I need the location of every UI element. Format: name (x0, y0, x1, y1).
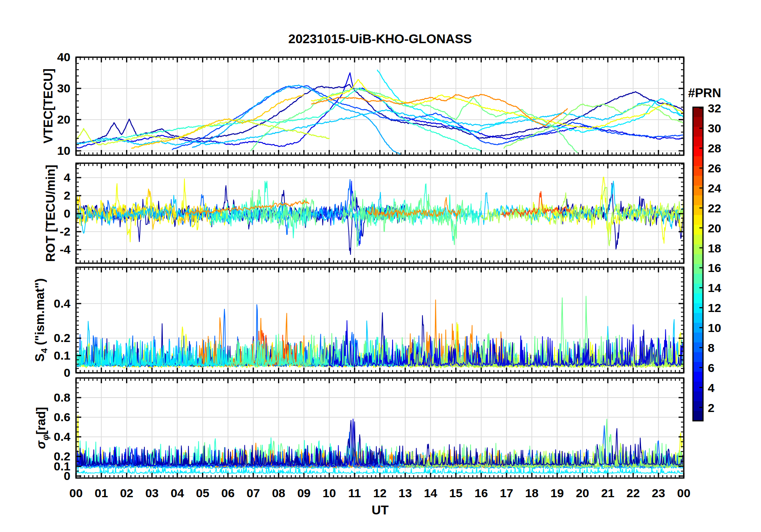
colorbar-segment-20 (693, 225, 703, 235)
xtick-label-14: 14 (424, 486, 437, 500)
ytick-label-ROT-4: 4 (64, 171, 70, 184)
xaxis-label: UT (372, 503, 389, 518)
colorbar-tick-label-18: 18 (708, 242, 721, 255)
xtick-label-20: 20 (576, 486, 589, 500)
xtick-label-23: 23 (652, 486, 665, 500)
xtick-label-11: 11 (348, 486, 361, 500)
colorbar-segment-18 (693, 244, 703, 254)
ytick-label-sigma_phi-0.4: 0.4 (54, 430, 70, 443)
colorbar-tick-label-14: 14 (708, 281, 721, 294)
panel-VTEC-grid (76, 58, 683, 155)
colorbar-tick-label-20: 20 (708, 222, 721, 235)
colorbar-segment-25 (693, 176, 703, 186)
colorbar-segment-16 (693, 264, 703, 274)
colorbar-segment-7 (693, 352, 703, 362)
colorbar-segment-1 (693, 411, 703, 421)
ytick-label-VTEC-20: 20 (57, 113, 70, 126)
colorbar-tick-label-28: 28 (708, 142, 721, 155)
ytick-label-ROT-0: 0 (64, 207, 70, 220)
xtick-label-7: 07 (246, 486, 260, 500)
colorbar-segment-22 (693, 205, 703, 215)
ytick-label-VTEC-30: 30 (57, 82, 70, 95)
xtick-label-10: 10 (322, 486, 336, 500)
ytick-label-S4-0.4: 0.4 (54, 297, 70, 310)
series-prn-7 (172, 86, 684, 150)
colorbar-segment-24 (693, 186, 703, 196)
ylabel-s4: S4 ("ism.mat") (33, 278, 47, 362)
ylabel-rot: ROT [TECU/min] (44, 165, 58, 262)
ylabel-sigma-main: σ (34, 441, 48, 449)
colorbar-segment-23 (693, 196, 703, 206)
xtick-label-0: 00 (69, 486, 82, 500)
colorbar-tick-label-12: 12 (708, 301, 721, 314)
ylabel-sigma-sub: φ (40, 434, 50, 440)
colorbar-tick-label-2: 2 (708, 401, 715, 414)
xtick-label-3: 03 (145, 486, 158, 500)
colorbar-segment-29 (693, 137, 703, 147)
colorbar-segment-5 (693, 372, 703, 382)
colorbar-tick-label-30: 30 (708, 122, 721, 135)
colorbar-segment-9 (693, 333, 703, 343)
xtick-label-19: 19 (551, 486, 564, 500)
colorbar-tick-label-10: 10 (708, 321, 721, 334)
colorbar-segment-2 (693, 401, 703, 411)
colorbar-segment-27 (693, 156, 703, 166)
colorbar-tick-label-32: 32 (708, 102, 721, 115)
xtick-label-15: 15 (449, 486, 463, 500)
ytick-label-ROT--2: -2 (60, 225, 70, 238)
colorbar-segment-21 (693, 215, 703, 225)
xtick-label-24: 00 (677, 486, 690, 500)
xtick-label-2: 02 (120, 486, 133, 500)
ytick-label-ROT-2: 2 (64, 189, 70, 202)
ytick-label-VTEC-40: 40 (57, 50, 70, 64)
plot-canvas: 10203040-4-202400.10.20.400.10.20.40.60.… (0, 0, 761, 532)
xtick-label-16: 16 (475, 486, 488, 500)
colorbar-segment-26 (693, 166, 703, 176)
xtick-label-18: 18 (525, 486, 539, 500)
xtick-label-12: 12 (373, 486, 387, 500)
xtick-label-6: 06 (221, 486, 234, 500)
ytick-label-sigma_phi-0.6: 0.6 (54, 410, 70, 424)
colorbar-segment-12 (693, 303, 703, 313)
series-prn-12 (377, 70, 684, 132)
xtick-label-17: 17 (500, 486, 513, 500)
xtick-label-8: 08 (272, 486, 285, 500)
colorbar-tick-label-16: 16 (708, 261, 721, 274)
colorbar-segment-19 (693, 235, 703, 245)
colorbar-tick-label-22: 22 (708, 202, 721, 215)
ylabel-sigma-rest: [rad] (34, 407, 48, 435)
colorbar-tick-label-4: 4 (708, 381, 715, 394)
ytick-label-VTEC-10: 10 (57, 144, 70, 157)
ytick-label-S4-0: 0 (64, 366, 70, 379)
ylabel-s4-sub: 4 (39, 348, 49, 353)
series-prn-17 (504, 104, 684, 148)
colorbar-title: #PRN (688, 86, 721, 100)
xtick-label-5: 05 (196, 486, 209, 500)
xtick-label-9: 09 (297, 486, 310, 500)
colorbar-segment-13 (693, 294, 703, 304)
colorbar-tick-label-24: 24 (708, 182, 721, 195)
colorbar-segment-31 (693, 117, 703, 127)
series-prn-22 (132, 95, 304, 148)
ytick-label-sigma_phi-0.2: 0.2 (54, 450, 70, 463)
xtick-label-22: 22 (627, 486, 640, 500)
ytick-label-sigma_phi-0.8: 0.8 (54, 391, 70, 404)
panel-S4-ytick-labels: 00.10.20.4 (54, 297, 70, 379)
panel-sigma_phi-ytick-labels: 00.10.20.40.60.8 (54, 391, 70, 482)
figure-root: 10203040-4-202400.10.20.400.10.20.40.60.… (0, 0, 761, 532)
colorbar-segment-17 (693, 254, 703, 264)
ylabel-sigma-phi: σφ[rad] (34, 407, 48, 449)
colorbar: 3230282624222018161412108642 (693, 102, 721, 421)
xtick-label-1: 01 (95, 486, 108, 500)
ylabel-rot-text: ROT [TECU/min] (44, 165, 58, 262)
ylabel-s4-rest: ("ism.mat") (33, 278, 47, 349)
colorbar-segment-11 (693, 313, 703, 323)
panel-ROT-ytick-labels: -4-2024 (60, 171, 70, 256)
ytick-label-S4-0.2: 0.2 (54, 331, 70, 344)
ylabel-vtec-text: VTEC[TECU] (41, 68, 55, 144)
colorbar-segment-4 (693, 382, 703, 392)
ylabel-vtec: VTEC[TECU] (41, 68, 56, 144)
ylabel-s4-main: S (33, 354, 47, 362)
ytick-label-S4-0.1: 0.1 (54, 349, 70, 362)
ytick-label-ROT--4: -4 (60, 243, 70, 256)
